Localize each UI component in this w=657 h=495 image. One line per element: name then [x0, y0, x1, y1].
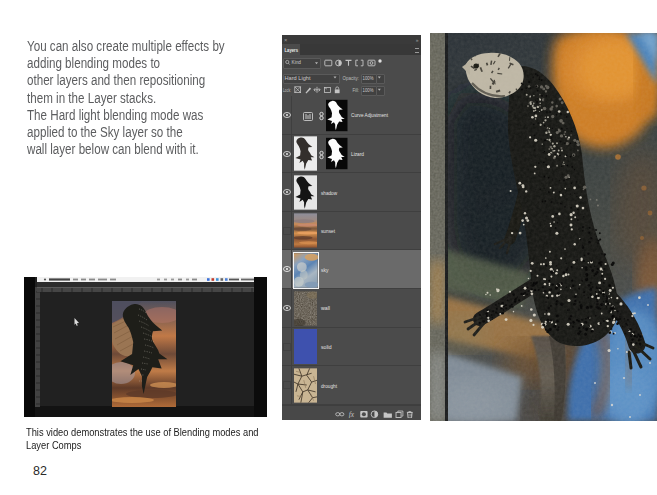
svg-text:Opacity:: Opacity:	[343, 75, 360, 81]
svg-text:Lock:: Lock:	[283, 87, 291, 93]
svg-text:Fill:: Fill:	[353, 87, 360, 93]
svg-text:fx: fx	[349, 410, 355, 419]
